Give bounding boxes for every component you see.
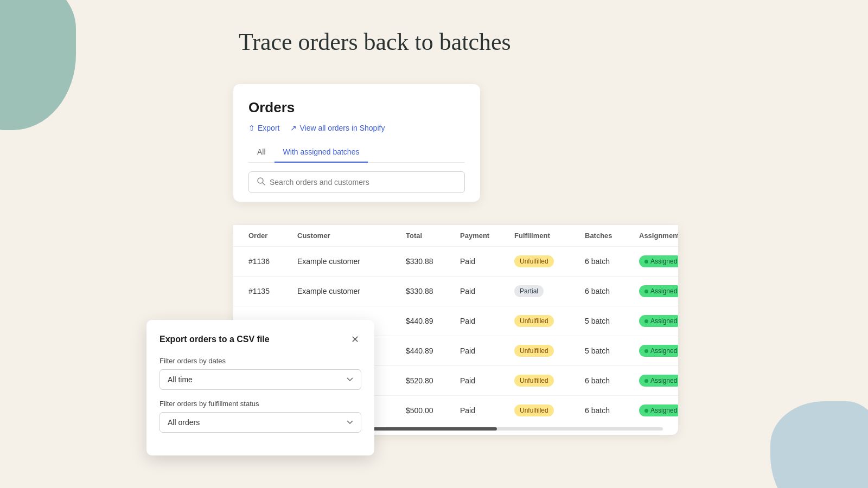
- filter-dates-label: Filter orders by dates: [159, 357, 361, 365]
- orders-tabs: All With assigned batches: [248, 142, 465, 163]
- fulfillment-status: Unfulfilled: [514, 315, 585, 327]
- order-total: $330.88: [406, 257, 460, 266]
- payment-status: Paid: [460, 317, 514, 325]
- col-assignment: Assignment: [639, 232, 678, 240]
- assignment-badge: Assigned: [639, 255, 678, 267]
- search-input[interactable]: [270, 178, 457, 187]
- batches-count: 6 batch: [585, 257, 639, 266]
- assigned-dot-icon: [644, 379, 648, 383]
- col-payment: Payment: [460, 232, 514, 240]
- fulfillment-status: Partial: [514, 285, 585, 297]
- export-modal: Export orders to a CSV file ✕ Filter ord…: [146, 320, 374, 455]
- filter-dates-select[interactable]: All time Today Last 7 days Last 30 days …: [159, 369, 361, 390]
- batches-count: 6 batch: [585, 287, 639, 296]
- batches-count: 6 batch: [585, 376, 639, 385]
- search-icon: [257, 177, 265, 188]
- order-number[interactable]: #1135: [248, 287, 297, 296]
- assignment-status: Assigned: [639, 315, 678, 327]
- batches-count: 5 batch: [585, 346, 639, 355]
- modal-close-button[interactable]: ✕: [348, 333, 361, 346]
- order-total: $440.89: [406, 346, 460, 355]
- fulfillment-status: Unfulfilled: [514, 345, 585, 357]
- table-row: #1135 Example customer $330.88 Paid Part…: [233, 277, 678, 306]
- payment-status: Paid: [460, 406, 514, 415]
- svg-line-1: [263, 183, 265, 185]
- decorative-blob-bottomright: [770, 401, 868, 488]
- col-total: Total: [406, 232, 460, 240]
- fulfillment-badge: Unfulfilled: [514, 375, 554, 387]
- orders-header: Orders ⇧ Export ↗ View all orders in Sho…: [233, 84, 480, 163]
- col-customer: Customer: [297, 232, 406, 240]
- fulfillment-status: Unfulfilled: [514, 255, 585, 267]
- table-header: Order Customer Total Payment Fulfillment…: [233, 225, 678, 247]
- modal-header: Export orders to a CSV file ✕: [159, 333, 361, 346]
- fulfillment-status: Unfulfilled: [514, 404, 585, 416]
- assignment-status: Assigned: [639, 345, 678, 357]
- assignment-status: Assigned: [639, 404, 678, 416]
- assignment-badge: Assigned: [639, 345, 678, 357]
- external-link-icon: ↗: [290, 124, 297, 132]
- order-total: $330.88: [406, 287, 460, 296]
- assignment-status: Assigned: [639, 285, 678, 297]
- orders-title: Orders: [248, 99, 465, 116]
- fulfillment-badge: Unfulfilled: [514, 404, 554, 416]
- customer-name: Example customer: [297, 287, 406, 296]
- tab-with-assigned-batches[interactable]: With assigned batches: [275, 142, 368, 163]
- search-container: [233, 163, 480, 202]
- col-fulfillment: Fulfillment: [514, 232, 585, 240]
- orders-card: Orders ⇧ Export ↗ View all orders in Sho…: [233, 84, 480, 202]
- order-total: $520.80: [406, 376, 460, 385]
- view-shopify-link[interactable]: ↗ View all orders in Shopify: [290, 124, 385, 132]
- fulfillment-badge: Unfulfilled: [514, 255, 554, 267]
- order-number[interactable]: #1136: [248, 257, 297, 266]
- table-row: #1136 Example customer $330.88 Paid Unfu…: [233, 247, 678, 277]
- modal-title: Export orders to a CSV file: [159, 335, 270, 344]
- fulfillment-badge: Unfulfilled: [514, 345, 554, 357]
- customer-name: Example customer: [297, 257, 406, 266]
- filter-fulfillment-label: Filter orders by fulfillment status: [159, 400, 361, 408]
- order-total: $440.89: [406, 317, 460, 325]
- assignment-status: Assigned: [639, 375, 678, 387]
- search-box[interactable]: [248, 171, 465, 193]
- fulfillment-badge: Unfulfilled: [514, 315, 554, 327]
- payment-status: Paid: [460, 346, 514, 355]
- assignment-badge: Assigned: [639, 315, 678, 327]
- filter-fulfillment-select[interactable]: All orders Unfulfilled Partial Fulfilled: [159, 412, 361, 433]
- view-shopify-label: View all orders in Shopify: [299, 124, 385, 132]
- fulfillment-badge: Partial: [514, 285, 544, 297]
- decorative-blob-topleft: [0, 0, 76, 130]
- assignment-badge: Assigned: [639, 375, 678, 387]
- export-link[interactable]: ⇧ Export: [248, 124, 279, 132]
- order-total: $500.00: [406, 406, 460, 415]
- page-title: Trace orders back to batches: [239, 28, 511, 56]
- orders-actions: ⇧ Export ↗ View all orders in Shopify: [248, 124, 465, 132]
- col-batches: Batches: [585, 232, 639, 240]
- batches-count: 5 batch: [585, 317, 639, 325]
- col-order: Order: [248, 232, 297, 240]
- assigned-dot-icon: [644, 290, 648, 293]
- assigned-dot-icon: [644, 349, 648, 353]
- assigned-dot-icon: [644, 319, 648, 323]
- fulfillment-status: Unfulfilled: [514, 375, 585, 387]
- payment-status: Paid: [460, 287, 514, 296]
- export-label: Export: [258, 124, 279, 132]
- export-icon: ⇧: [248, 124, 255, 132]
- assignment-badge: Assigned: [639, 285, 678, 297]
- payment-status: Paid: [460, 257, 514, 266]
- assigned-dot-icon: [644, 409, 648, 413]
- batches-count: 6 batch: [585, 406, 639, 415]
- assignment-status: Assigned: [639, 255, 678, 267]
- assigned-dot-icon: [644, 260, 648, 264]
- tab-all[interactable]: All: [248, 142, 275, 163]
- payment-status: Paid: [460, 376, 514, 385]
- assignment-badge: Assigned: [639, 404, 678, 416]
